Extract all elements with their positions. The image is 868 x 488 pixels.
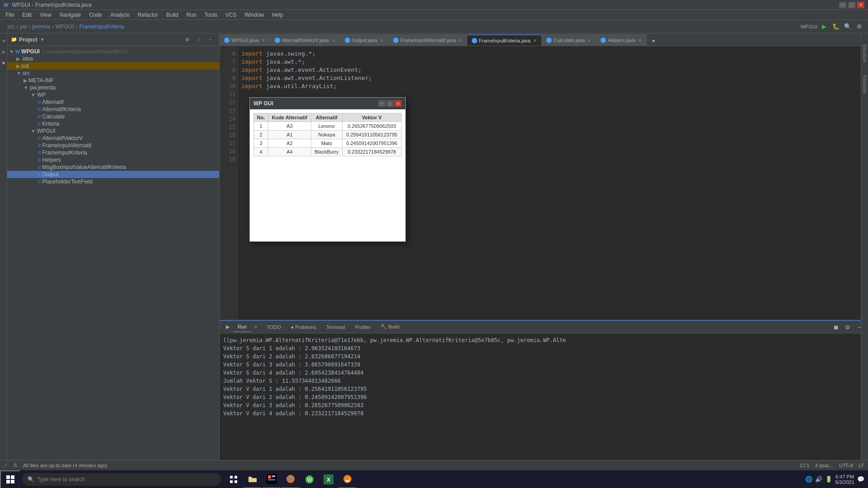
taskbar-explorer[interactable] xyxy=(244,470,262,488)
project-collapse-btn[interactable]: − xyxy=(206,35,216,45)
menu-analyze[interactable]: Analyze xyxy=(107,11,133,19)
tree-wpgui-folder[interactable]: ▼ WPGUI xyxy=(7,127,219,135)
dialog-maximize-btn[interactable]: □ xyxy=(386,100,394,107)
tree-placeholder[interactable]: C PlaceholderTextField xyxy=(7,178,219,185)
tree-metainf[interactable]: ▶ META-INF xyxy=(7,77,219,84)
tree-pwjeremia[interactable]: ▼ pw.jeremia xyxy=(7,84,219,91)
debug-button[interactable]: 🐛 xyxy=(831,22,841,32)
tab-frameinputalternatif[interactable]: FrameInputAlternatif.java ✕ xyxy=(389,34,467,46)
taskbar-whatsapp[interactable]: W xyxy=(300,470,319,488)
taskbar-taskview[interactable] xyxy=(225,470,243,488)
bottom-tab-terminal[interactable]: Terminal xyxy=(322,323,350,332)
favorites-tab[interactable]: Favorites xyxy=(861,74,868,96)
structure-tab[interactable]: Structure xyxy=(861,42,868,65)
breadcrumb-project[interactable]: src xyxy=(7,23,14,30)
maximize-button[interactable]: □ xyxy=(848,2,855,8)
bottom-tab-profiler[interactable]: Profiler xyxy=(351,323,375,332)
tree-frameinputkriteria[interactable]: C FrameInputKriteria xyxy=(7,149,219,156)
wp-gui-dialog[interactable]: WP GUI ─ □ ✕ No. Kode Alternatif Alterna… xyxy=(249,97,406,242)
tab-alternatifjvektorv[interactable]: AlternatifVektorV.java ✕ xyxy=(270,34,340,46)
tab-close-output[interactable]: ✕ xyxy=(380,38,384,43)
bottom-tab-build[interactable]: 🔨 Build xyxy=(376,322,404,332)
tree-alternatifkriteria[interactable]: C AlternatifKriteria xyxy=(7,106,219,113)
settings-run-btn[interactable]: ⚙ xyxy=(843,322,853,332)
tab-close-wpgui[interactable]: ✕ xyxy=(262,38,265,43)
tree-alternatifvektorv[interactable]: C AlternatifVektorV xyxy=(7,135,219,142)
breadcrumb-wpgui[interactable]: WPGUI xyxy=(56,23,74,30)
tree-helpers[interactable]: C Helpers xyxy=(7,156,219,164)
tab-output[interactable]: Output.java ✕ xyxy=(340,34,389,46)
stop-run-btn[interactable]: ⏹ xyxy=(831,322,841,332)
tab-close-helpers[interactable]: ✕ xyxy=(638,38,642,43)
taskbar-java[interactable]: ☕ xyxy=(338,470,357,488)
project-settings-btn[interactable]: ⚙ xyxy=(182,35,192,45)
minimize-button[interactable]: ─ xyxy=(839,2,846,8)
menu-edit[interactable]: Edit xyxy=(19,11,35,19)
notification-icon: 💬 xyxy=(857,476,864,483)
menu-file[interactable]: File xyxy=(2,11,18,19)
menu-tools[interactable]: Tools xyxy=(201,11,221,19)
tree-calculate[interactable]: C Calculate xyxy=(7,113,219,120)
menu-view[interactable]: View xyxy=(36,11,55,19)
tree-frameinputalternatif[interactable]: C FrameInputAlternatif xyxy=(7,142,219,149)
tab-wpgui[interactable]: WPGUI.java ✕ xyxy=(220,34,270,46)
console-line: Vektor V dari 2 adalah : 0.2450914200795… xyxy=(223,393,864,401)
system-clock: 6:47 PM 5/3/2021 xyxy=(835,474,854,485)
menu-code[interactable]: Code xyxy=(85,11,106,19)
svg-rect-7 xyxy=(268,479,275,480)
bottom-tab-run[interactable]: Run xyxy=(233,322,251,332)
tab-calculate[interactable]: Calculate.java ✕ xyxy=(542,34,596,46)
breadcrumb-jeremia[interactable]: jeremia xyxy=(32,23,50,30)
breadcrumb-pw[interactable]: pw xyxy=(20,23,27,30)
tree-src[interactable]: ▼ src xyxy=(7,70,219,77)
favorites-icon[interactable]: ★ xyxy=(0,59,8,67)
project-icon[interactable]: P xyxy=(0,37,8,45)
close-button[interactable]: ✕ xyxy=(857,2,864,8)
tree-root[interactable]: ▼ W WPGUI C:\Users\jerem\Documents\Proje… xyxy=(7,48,219,55)
menu-vcs[interactable]: VCS xyxy=(222,11,240,19)
console-line: Vektor S dari 4 adalah : 2.6954238414764… xyxy=(223,369,864,377)
menu-window[interactable]: Window xyxy=(241,11,267,19)
tree-wp[interactable]: ▼ WP xyxy=(7,91,219,99)
run-button[interactable]: ▶ xyxy=(819,22,829,32)
tab-close-calculate[interactable]: ✕ xyxy=(587,38,591,43)
search-button[interactable]: 🔍 xyxy=(843,22,853,32)
tab-frameinputkriteria[interactable]: FrameInputKriteria.java ✕ xyxy=(467,34,542,46)
bottom-tab-problems[interactable]: ● Problems xyxy=(286,323,321,332)
project-scroll-btn[interactable]: ↕ xyxy=(194,35,204,45)
menu-run[interactable]: Run xyxy=(183,11,200,19)
tree-idea[interactable]: ▶ .idea xyxy=(7,55,219,62)
taskbar-search[interactable]: 🔍 Type here to search xyxy=(22,473,221,486)
tab-close-frameinputalternatif[interactable]: ✕ xyxy=(459,38,462,43)
dialog-minimize-btn[interactable]: ─ xyxy=(378,100,385,107)
taskbar-excel[interactable]: X xyxy=(319,470,338,488)
tabs-overflow-button[interactable]: ▾ xyxy=(648,36,658,46)
tree-out[interactable]: ▶ out xyxy=(7,62,219,70)
taskbar-intellij[interactable] xyxy=(263,470,281,488)
run-panel-close[interactable]: ✕ xyxy=(252,323,259,331)
bottom-tab-todo[interactable]: TODO xyxy=(262,323,286,332)
tab-close-alternatifjvektorv[interactable]: ✕ xyxy=(332,38,335,43)
dialog-close-btn[interactable]: ✕ xyxy=(394,100,402,107)
settings-button[interactable]: ⚙ xyxy=(854,22,864,32)
structure-icon[interactable]: ≡ xyxy=(0,48,8,56)
project-panel: 📁 Project ▾ ⚙ ↕ − ▼ W WPGUI C:\Users\jer… xyxy=(7,33,220,460)
tree-msgbox[interactable]: C MsgBoxInputValueAlternatifKriteria xyxy=(7,164,219,171)
menu-refactor[interactable]: Refactor xyxy=(134,11,162,19)
console-output[interactable]: [[pw.jeremia.WP.AlternatifKriteria@71e17… xyxy=(220,333,868,460)
breadcrumb-frameinputkriteria[interactable]: FrameInputKriteria xyxy=(79,23,124,30)
menu-help[interactable]: Help xyxy=(268,11,287,19)
tree-alternatif[interactable]: C Alternatif xyxy=(7,99,219,106)
indent-info: 4 spac... xyxy=(815,463,834,468)
title-bar-left: W WPGUI - FrameInputKriteria.java xyxy=(4,2,91,8)
tree-kriteria[interactable]: C Kriteria xyxy=(7,120,219,127)
tab-close-frameinputkriteria[interactable]: ✕ xyxy=(533,38,537,43)
tree-output[interactable]: C Output xyxy=(7,171,219,178)
menu-navigate[interactable]: Navigate xyxy=(56,11,84,19)
start-button[interactable] xyxy=(0,470,20,488)
status-right: 17:1 4 spac... UTF-8 LF xyxy=(800,463,864,468)
col-kode: Kode Alternatif xyxy=(268,113,311,122)
tab-helpers[interactable]: Helpers.java ✕ xyxy=(596,34,647,46)
taskbar-firefox[interactable] xyxy=(282,470,300,488)
menu-build[interactable]: Build xyxy=(163,11,182,19)
